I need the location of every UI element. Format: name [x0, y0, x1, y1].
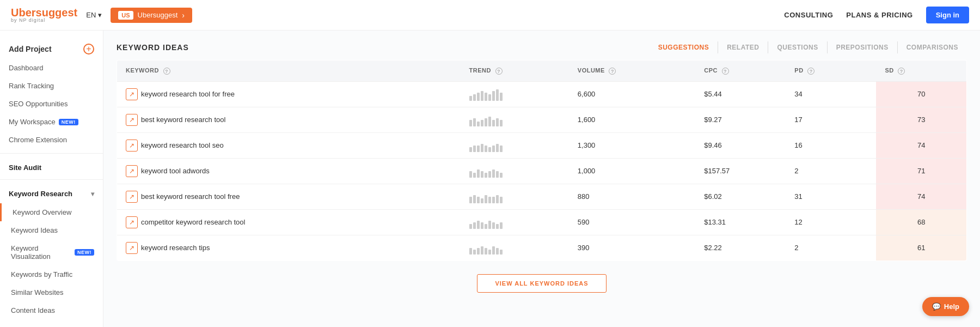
trend-bars [469, 241, 560, 255]
plans-pricing-link[interactable]: PLANS & PRICING [846, 11, 912, 19]
chevron-down-icon: ▾ [98, 11, 102, 19]
keyword-text: keyword research tool seo [141, 141, 224, 149]
tab-comparisons[interactable]: COMPARISONS [898, 41, 967, 53]
trend-bar [477, 93, 480, 101]
keyword-arrow-icon[interactable]: ↗ [126, 88, 138, 100]
keyword-info-icon[interactable]: ? [163, 68, 170, 75]
keyword-arrow-icon[interactable]: ↗ [126, 216, 138, 228]
trend-bar [488, 197, 491, 203]
sidebar-divider-2 [0, 179, 103, 180]
table-row: ↗keyword research tips390$2.22261 [117, 235, 967, 261]
trend-bar [496, 144, 499, 152]
keyword-text: keyword research tool for free [141, 90, 235, 98]
trend-bar [500, 250, 503, 255]
keyword-cell: ↗keyword research tool for free [117, 81, 461, 107]
sidebar-section-site-audit[interactable]: Site Audit [0, 158, 103, 175]
pd-cell: 12 [786, 209, 876, 235]
pd-info-icon[interactable]: ? [807, 68, 814, 75]
new-badge: NEW! [59, 119, 78, 125]
trend-bar [469, 171, 472, 178]
sidebar-item-my-workspace[interactable]: My Workspace NEW! [0, 113, 103, 131]
consulting-link[interactable]: CONSULTING [784, 11, 833, 19]
sd-cell: 74 [876, 132, 966, 158]
trend-bar [488, 94, 491, 101]
add-project-button[interactable]: Add Project + [0, 39, 103, 59]
keyword-ideas-tabs: SUGGESTIONS RELATED QUESTIONS PREPOSITIO… [650, 41, 967, 53]
trend-bar [492, 169, 495, 178]
trend-bar [492, 222, 495, 229]
logo-main: Ubersuggest [11, 7, 77, 18]
table-row: ↗best keyword research tool1,600$9.27177… [117, 107, 967, 132]
trend-cell [461, 209, 569, 235]
sidebar-label: Rank Tracking [9, 82, 54, 90]
keyword-text: best keyword research tool free [141, 192, 240, 201]
pd-cell: 2 [786, 235, 876, 261]
trend-bar [485, 93, 487, 101]
sd-cell: 73 [876, 107, 966, 132]
col-volume: VOLUME ? [569, 60, 695, 82]
sidebar-item-keyword-overview[interactable]: Keyword Overview [0, 203, 103, 221]
sd-cell: 70 [876, 81, 966, 107]
keyword-text: keyword tool adwords [141, 167, 210, 175]
sd-info-icon[interactable]: ? [898, 68, 905, 75]
volume-info-icon[interactable]: ? [609, 68, 616, 75]
cpc-cell: $9.46 [695, 132, 786, 158]
sidebar-item-rank-tracking[interactable]: Rank Tracking [0, 77, 103, 95]
pd-cell: 2 [786, 158, 876, 184]
trend-bar [473, 146, 476, 152]
trend-bar [481, 120, 483, 126]
signin-button[interactable]: Sign in [926, 7, 969, 23]
trend-bar [469, 147, 472, 152]
sidebar-item-content-ideas[interactable]: Content Ideas [0, 301, 103, 319]
project-selector[interactable]: US Ubersuggest › [111, 8, 192, 23]
sidebar-item-keyword-research[interactable]: Keyword Research ▾ [0, 184, 103, 203]
view-all-button[interactable]: VIEW ALL KEYWORD IDEAS [477, 274, 606, 293]
sidebar-item-chrome-extension[interactable]: Chrome Extension [0, 131, 103, 149]
trend-bar [473, 195, 476, 203]
language-selector[interactable]: EN ▾ [86, 11, 102, 19]
sidebar-item-keywords-by-traffic[interactable]: Keywords by Traffic [0, 265, 103, 283]
keyword-arrow-icon[interactable]: ↗ [126, 140, 138, 152]
keyword-arrow-icon[interactable]: ↗ [126, 191, 138, 203]
trend-bar [473, 118, 476, 126]
sidebar-item-keyword-visualization[interactable]: Keyword Visualization NEW! [0, 239, 103, 265]
trend-bar [481, 222, 483, 229]
tab-related[interactable]: RELATED [718, 41, 768, 53]
trend-bar [496, 248, 499, 255]
keyword-text: competitor keyword research tool [141, 218, 245, 226]
trend-bars [469, 190, 560, 203]
layout: Add Project + Dashboard Rank Tracking SE… [0, 31, 980, 327]
keyword-arrow-icon[interactable]: ↗ [126, 165, 138, 177]
trend-bar [473, 173, 476, 178]
trend-bar [469, 120, 472, 126]
sidebar-label: Site Audit [9, 164, 41, 172]
sidebar-item-similar-websites[interactable]: Similar Websites [0, 283, 103, 301]
cpc-info-icon[interactable]: ? [722, 68, 729, 75]
sidebar-label: Keyword Overview [13, 208, 71, 216]
tab-suggestions[interactable]: SUGGESTIONS [650, 41, 719, 53]
keyword-ideas-header: KEYWORD IDEAS SUGGESTIONS RELATED QUESTI… [117, 31, 967, 60]
trend-bar [473, 250, 476, 255]
trend-bar [485, 224, 487, 229]
trend-bar [469, 248, 472, 255]
sidebar-label: Keyword Visualization [11, 244, 71, 261]
trend-bar [492, 146, 495, 152]
cpc-cell: $2.22 [695, 235, 786, 261]
keyword-arrow-icon[interactable]: ↗ [126, 114, 138, 126]
pd-cell: 17 [786, 107, 876, 132]
sidebar-item-seo-opportunities[interactable]: SEO Opportunities [0, 95, 103, 113]
sidebar-label: Dashboard [9, 64, 44, 72]
help-button[interactable]: 💬 Help [922, 297, 969, 316]
keyword-cell: ↗keyword research tool seo [117, 132, 461, 158]
tab-prepositions[interactable]: PREPOSITIONS [828, 41, 898, 53]
trend-bar [496, 195, 499, 203]
sidebar-item-dashboard[interactable]: Dashboard [0, 59, 103, 77]
trend-info-icon[interactable]: ? [495, 68, 503, 75]
volume-cell: 390 [569, 235, 695, 261]
chat-icon: 💬 [932, 302, 941, 311]
col-cpc: CPC ? [695, 60, 786, 82]
trend-bar [488, 117, 491, 126]
keyword-arrow-icon[interactable]: ↗ [126, 242, 138, 254]
sidebar-item-keyword-ideas[interactable]: Keyword Ideas [0, 221, 103, 239]
tab-questions[interactable]: QUESTIONS [768, 41, 827, 53]
